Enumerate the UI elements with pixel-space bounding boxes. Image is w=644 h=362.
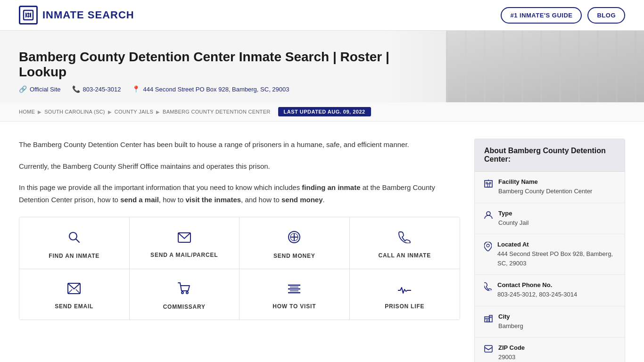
- sidebar-body: Facility Name Bamberg County Detention C…: [475, 172, 625, 362]
- phone-label: Contact Phone No.: [497, 281, 577, 288]
- zip-icon: [484, 345, 493, 354]
- main-content: The Bamberg County Detention Center has …: [19, 139, 460, 362]
- official-site-link[interactable]: 🔗 Official Site: [19, 85, 61, 93]
- sidebar-row-facility: Facility Name Bamberg County Detention C…: [475, 172, 625, 203]
- blog-button[interactable]: BLOG: [587, 7, 625, 24]
- action-call-inmate[interactable]: CALL AN INMATE: [350, 217, 460, 269]
- sidebar-row-type: Type County Jail: [475, 203, 625, 235]
- action-commissary[interactable]: COMMISSARY: [130, 269, 240, 320]
- city-label: City: [498, 313, 523, 320]
- address-label: 444 Second Street PO Box 928, Bamberg, S…: [143, 86, 289, 93]
- type-value: County Jail: [498, 218, 528, 228]
- svg-rect-32: [487, 318, 488, 319]
- breadcrumb-facility: BAMBERG COUNTY DETENTION CENTER: [163, 109, 271, 115]
- phone-content: Contact Phone No. 803-245-3012, 803-245-…: [497, 281, 577, 299]
- svg-point-16: [186, 292, 188, 294]
- facility-name-value: Bamberg County Detention Center: [498, 187, 592, 196]
- action-find-inmate[interactable]: FIND AN INMATE: [19, 217, 130, 269]
- action-send-money[interactable]: SEND MONEY: [239, 217, 350, 269]
- send-mail-label: SEND A MAIL/PARCEL: [150, 252, 218, 258]
- city-content: City Bamberg: [498, 313, 523, 331]
- sidebar: About Bamberg County Detention Center: F…: [474, 139, 625, 362]
- facility-name-label: Facility Name: [498, 178, 592, 185]
- guide-button[interactable]: #1 INMATE'S GUIDE: [501, 7, 582, 24]
- how-to-visit-label: HOW TO VISIT: [272, 303, 316, 310]
- building-icon: [484, 179, 493, 189]
- sidebar-row-zip: ZIP Code 29003: [475, 337, 625, 362]
- sidebar-row-city: City Bamberg: [475, 306, 625, 338]
- site-header: INMATE SEARCH #1 INMATE'S GUIDE BLOG: [0, 0, 644, 31]
- svg-rect-33: [490, 317, 491, 318]
- breadcrumb-sep-1: ▶: [38, 109, 41, 115]
- breadcrumb: HOME ▶ SOUTH CAROLINA (SC) ▶ COUNTY JAIL…: [0, 102, 644, 122]
- phone-link[interactable]: 📞 803-245-3012: [72, 85, 121, 93]
- mail-icon: [178, 231, 191, 246]
- address-item: 📍 444 Second Street PO Box 928, Bamberg,…: [132, 85, 289, 93]
- svg-point-27: [487, 212, 490, 215]
- phone-value: 803-245-3012, 803-245-3014: [497, 290, 577, 299]
- location-content: Located At 444 Second Street PO Box 928,…: [497, 241, 615, 268]
- phone-label: 803-245-3012: [83, 86, 121, 93]
- logo-icon: [19, 6, 38, 25]
- svg-rect-30: [489, 315, 492, 322]
- sidebar-row-phone: Contact Phone No. 803-245-3012, 803-245-…: [475, 275, 625, 306]
- page-title: Bamberg County Detention Center Inmate S…: [19, 49, 405, 80]
- phone-icon: 📞: [72, 85, 80, 93]
- breadcrumb-sep-2: ▶: [108, 109, 112, 115]
- action-how-to-visit[interactable]: HOW TO VISIT: [239, 269, 350, 320]
- zip-value: 29003: [498, 353, 525, 362]
- svg-point-15: [182, 292, 183, 294]
- last-updated-badge: LAST UPDATED AUG. 09, 2022: [278, 107, 371, 116]
- send-email-label: SEND EMAIL: [55, 303, 93, 310]
- list-icon: [288, 283, 300, 297]
- facility-name-content: Facility Name Bamberg County Detention C…: [498, 178, 592, 196]
- action-prison-life[interactable]: PRISON LIFE: [350, 269, 460, 320]
- phone-call-icon: [398, 231, 411, 247]
- location-pin-icon: [484, 242, 492, 253]
- type-label: Type: [498, 210, 528, 217]
- breadcrumb-county-jails[interactable]: COUNTY JAILS: [115, 109, 153, 115]
- svg-point-5: [69, 232, 77, 240]
- action-send-mail[interactable]: SEND A MAIL/PARCEL: [130, 217, 240, 269]
- location-icon: 📍: [132, 85, 140, 93]
- svg-point-28: [487, 244, 489, 247]
- p3-bold3: visit the inmates: [186, 196, 241, 204]
- cart-icon: [178, 282, 191, 298]
- link-icon: 🔗: [19, 85, 27, 93]
- svg-rect-35: [485, 346, 492, 352]
- about-card: About Bamberg County Detention Center: F…: [474, 139, 625, 362]
- site-logo[interactable]: INMATE SEARCH: [19, 6, 134, 25]
- action-send-email[interactable]: SEND EMAIL: [19, 269, 130, 320]
- official-site-label: Official Site: [30, 86, 61, 93]
- pulse-icon: [398, 283, 411, 297]
- city-value: Bamberg: [498, 321, 523, 331]
- prison-life-label: PRISON LIFE: [385, 303, 424, 310]
- sidebar-row-location: Located At 444 Second Street PO Box 928,…: [475, 234, 625, 275]
- action-grid: FIND AN INMATE SEND A MAIL/PARCEL: [19, 217, 460, 320]
- p3-bold2: send a mail: [120, 196, 159, 204]
- send-money-label: SEND MONEY: [273, 253, 315, 259]
- sidebar-phone-icon: [484, 282, 492, 293]
- type-content: Type County Jail: [498, 210, 528, 228]
- svg-line-6: [76, 239, 80, 243]
- breadcrumb-home[interactable]: HOME: [19, 109, 35, 115]
- type-icon: [484, 211, 493, 221]
- svg-line-14: [76, 289, 80, 294]
- find-inmate-label: FIND AN INMATE: [49, 253, 99, 259]
- commissary-label: COMMISSARY: [163, 304, 206, 310]
- intro-paragraph-2: Currently, the Bamberg County Sheriff Of…: [19, 160, 460, 173]
- intro-paragraph-3: In this page we provide all the importan…: [19, 181, 460, 206]
- svg-line-13: [68, 289, 72, 294]
- location-label: Located At: [497, 241, 615, 248]
- hero-meta: 🔗 Official Site 📞 803-245-3012 📍 444 Sec…: [19, 85, 625, 93]
- svg-rect-31: [486, 318, 487, 319]
- main-container: The Bamberg County Detention Center has …: [0, 122, 644, 362]
- logo-text: INMATE SEARCH: [42, 9, 134, 21]
- p3-before-bold1: In this page we provide all the importan…: [19, 183, 302, 191]
- hero-section: Bamberg County Detention Center Inmate S…: [0, 31, 644, 102]
- email-icon: [67, 283, 81, 297]
- header-nav: #1 INMATE'S GUIDE BLOG: [501, 7, 625, 24]
- breadcrumb-sc[interactable]: SOUTH CAROLINA (SC): [44, 109, 105, 115]
- money-icon: [288, 230, 301, 247]
- p3-bold1: finding an inmate: [302, 183, 360, 191]
